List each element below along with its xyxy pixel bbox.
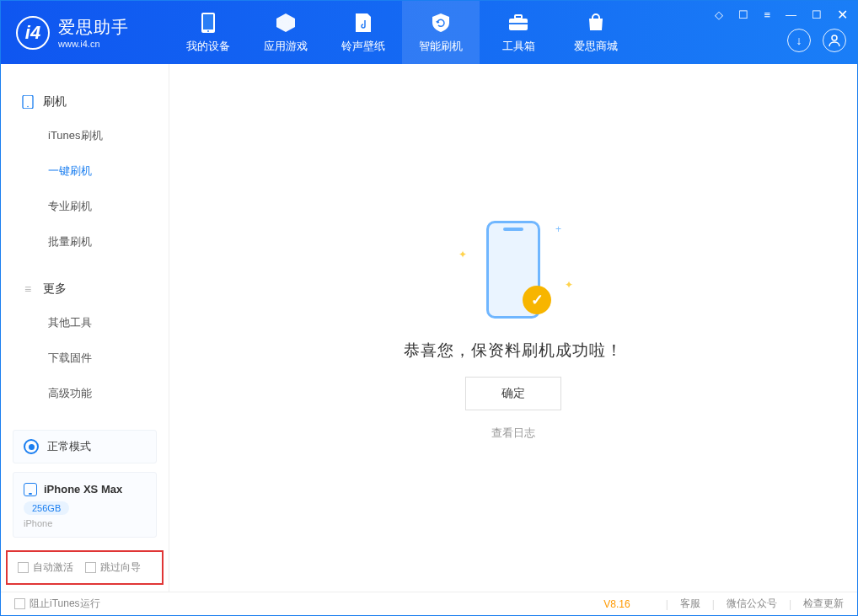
- sidebar-item-advanced[interactable]: 高级功能: [1, 376, 169, 411]
- menu-icon[interactable]: ≡: [760, 7, 774, 23]
- wechat-link[interactable]: 微信公众号: [727, 597, 777, 611]
- check-badge-icon: ✓: [523, 286, 551, 314]
- svg-point-2: [207, 30, 209, 32]
- sidebar-item-other-tools[interactable]: 其他工具: [1, 305, 169, 340]
- status-bar: 阻止iTunes运行 V8.16 | 客服 | 微信公众号 | 检查更新: [1, 592, 857, 615]
- nav-label: 我的设备: [186, 39, 230, 54]
- device-mode: 正常模式: [47, 439, 91, 454]
- toolbox-icon: [507, 12, 529, 34]
- device-capacity: 256GB: [24, 501, 69, 515]
- sidebar-item-batch-flash[interactable]: 批量刷机: [1, 224, 169, 260]
- nav-label: 铃声壁纸: [341, 39, 385, 54]
- main-content: ✦ + ✦ ✓ 恭喜您，保资料刷机成功啦！ 确定 查看日志: [169, 64, 857, 592]
- account-button[interactable]: [823, 29, 846, 52]
- success-message: 恭喜您，保资料刷机成功啦！: [404, 340, 623, 362]
- sidebar-group-more: ≡ 更多: [1, 273, 169, 305]
- title-bar: i4 爱思助手 www.i4.cn 我的设备 应用游戏 铃声壁纸 智能刷机 工具…: [1, 1, 857, 64]
- nav-ringtone[interactable]: 铃声壁纸: [324, 1, 402, 64]
- device-type: iPhone: [24, 518, 146, 528]
- checkbox-skip-wizard[interactable]: 跳过向导: [85, 560, 141, 575]
- sidebar-item-pro-flash[interactable]: 专业刷机: [1, 189, 169, 224]
- nav-label: 工具箱: [502, 39, 535, 54]
- sidebar-group-title: 刷机: [43, 94, 67, 110]
- check-update-link[interactable]: 检查更新: [803, 597, 844, 611]
- device-box[interactable]: iPhone XS Max 256GB iPhone: [13, 472, 157, 538]
- version-label: V8.16: [603, 598, 630, 610]
- svg-rect-1: [203, 14, 213, 29]
- nav-label: 应用游戏: [264, 39, 308, 54]
- close-button[interactable]: ✕: [834, 5, 851, 24]
- device-icon: [197, 12, 219, 34]
- device-phone-icon: [24, 483, 37, 496]
- ok-button[interactable]: 确定: [465, 377, 561, 410]
- music-file-icon: [352, 12, 374, 34]
- sidebar-item-download-firmware[interactable]: 下载固件: [1, 340, 169, 376]
- nav-label: 智能刷机: [419, 39, 463, 54]
- mode-box: 正常模式: [13, 430, 157, 463]
- sidebar-group-flash: 刷机: [1, 86, 169, 118]
- sidebar-group-title: 更多: [43, 281, 67, 297]
- nav-flash[interactable]: 智能刷机: [402, 1, 480, 64]
- view-log-link[interactable]: 查看日志: [491, 426, 535, 441]
- app-domain: www.i4.cn: [58, 39, 129, 49]
- refresh-shield-icon: [430, 12, 452, 34]
- maximize-button[interactable]: ☐: [808, 7, 825, 23]
- svg-point-6: [832, 35, 837, 40]
- mode-indicator-icon: [24, 439, 39, 454]
- sidebar-item-oneclick-flash[interactable]: 一键刷机: [1, 153, 169, 189]
- tshirt-icon[interactable]: ◇: [711, 7, 727, 23]
- cube-icon: [275, 12, 297, 34]
- bag-icon: [585, 12, 607, 34]
- download-button[interactable]: ↓: [787, 29, 811, 52]
- window-controls: ◇ ☐ ≡ — ☐ ✕: [711, 5, 851, 24]
- app-logo-icon: i4: [16, 16, 50, 50]
- svg-point-8: [27, 106, 29, 108]
- highlighted-options: 自动激活 跳过向导: [6, 550, 164, 585]
- svg-rect-5: [509, 23, 528, 24]
- app-name: 爱思助手: [58, 16, 129, 39]
- nav-label: 爱思商城: [574, 39, 618, 54]
- main-nav: 我的设备 应用游戏 铃声壁纸 智能刷机 工具箱 爱思商城: [169, 1, 635, 64]
- nav-store[interactable]: 爱思商城: [557, 1, 635, 64]
- success-illustration: ✦ + ✦ ✓: [450, 215, 576, 324]
- list-icon: ≡: [21, 282, 35, 296]
- device-name: iPhone XS Max: [44, 483, 122, 495]
- nav-toolbox[interactable]: 工具箱: [480, 1, 557, 64]
- minimize-button[interactable]: —: [782, 7, 800, 23]
- svg-rect-4: [515, 15, 522, 19]
- top-right-actions: ↓: [787, 29, 846, 52]
- logo-area: i4 爱思助手 www.i4.cn: [1, 16, 169, 50]
- sidebar: 刷机 iTunes刷机 一键刷机 专业刷机 批量刷机 ≡ 更多 其他工具 下载固…: [1, 64, 169, 592]
- lock-icon[interactable]: ☐: [735, 7, 752, 23]
- checkbox-auto-activate[interactable]: 自动激活: [18, 560, 73, 575]
- body-area: 刷机 iTunes刷机 一键刷机 专业刷机 批量刷机 ≡ 更多 其他工具 下载固…: [1, 64, 857, 592]
- customer-service-link[interactable]: 客服: [680, 597, 700, 611]
- nav-apps[interactable]: 应用游戏: [247, 1, 324, 64]
- checkbox-block-itunes[interactable]: 阻止iTunes运行: [14, 597, 100, 611]
- phone-icon: [21, 95, 35, 109]
- sidebar-item-itunes-flash[interactable]: iTunes刷机: [1, 118, 169, 153]
- nav-my-device[interactable]: 我的设备: [169, 1, 247, 64]
